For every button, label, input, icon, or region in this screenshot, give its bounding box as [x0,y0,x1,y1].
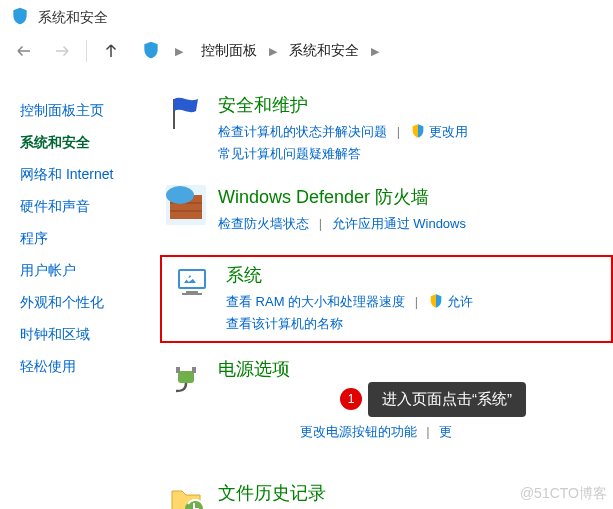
link-change-uac[interactable]: 更改用 [429,124,468,139]
svg-rect-9 [176,367,180,373]
category-system: 系统 查看 RAM 的大小和处理器速度 | 允许 查看该计算机的名称 [168,263,605,335]
link-allow-app[interactable]: 允许应用通过 Windows [332,216,466,231]
sidebar-item-network[interactable]: 网络和 Internet [20,159,160,191]
up-button[interactable] [97,37,125,65]
link-power-button[interactable]: 更改电源按钮的功能 [300,424,417,439]
nav-bar: ▶ 控制面板 ▶ 系统和安全 ▶ [0,33,613,75]
breadcrumb-item-system-security[interactable]: 系统和安全 [285,40,363,62]
link-troubleshoot[interactable]: 常见计算机问题疑难解答 [218,146,361,161]
sidebar-item-programs[interactable]: 程序 [20,223,160,255]
sidebar: 控制面板主页 系统和安全 网络和 Internet 硬件和声音 程序 用户帐户 … [0,75,160,509]
link-view-ram[interactable]: 查看 RAM 的大小和处理器速度 [226,294,405,309]
link-check-firewall[interactable]: 检查防火墙状态 [218,216,309,231]
svg-rect-8 [178,371,194,383]
svg-rect-7 [182,293,202,295]
svg-rect-6 [186,291,198,293]
separator [86,40,87,62]
sidebar-item-home[interactable]: 控制面板主页 [20,95,160,127]
category-defender: Windows Defender 防火墙 检查防火墙状态 | 允许应用通过 Wi… [160,185,613,235]
link-check-status[interactable]: 检查计算机的状态并解决问题 [218,124,387,139]
sidebar-item-appearance[interactable]: 外观和个性化 [20,287,160,319]
sidebar-item-ease-of-access[interactable]: 轻松使用 [20,351,160,383]
firewall-icon [166,185,206,225]
link-more[interactable]: 更 [439,424,452,439]
annotation-highlight-box: 系统 查看 RAM 的大小和处理器速度 | 允许 查看该计算机的名称 [160,255,613,343]
sidebar-item-hardware[interactable]: 硬件和声音 [20,191,160,223]
breadcrumb-item-control-panel[interactable]: 控制面板 [197,40,261,62]
category-title[interactable]: Windows Defender 防火墙 [218,185,613,209]
annotation-row: 1 进入页面点击“系统” [340,382,613,417]
shield-icon [141,40,161,63]
uac-shield-icon [428,293,444,309]
sidebar-item-user-accounts[interactable]: 用户帐户 [20,255,160,287]
svg-point-3 [166,186,194,204]
link-view-name[interactable]: 查看该计算机的名称 [226,316,343,331]
svg-rect-10 [192,367,196,373]
uac-shield-icon [410,123,426,139]
system-monitor-icon [174,263,214,303]
window-title: 系统和安全 [38,9,108,27]
forward-button[interactable] [48,37,76,65]
power-plug-icon [166,357,206,397]
category-security-maintenance: 安全和维护 检查计算机的状态并解决问题 | 更改用 常见计算机问题疑难解答 [160,93,613,165]
main-pane: 安全和维护 检查计算机的状态并解决问题 | 更改用 常见计算机问题疑难解答 [160,75,613,509]
back-button[interactable] [10,37,38,65]
shield-icon [10,6,30,29]
flag-icon [166,93,206,133]
chevron-right-icon: ▶ [367,45,383,58]
category-power-links: 更改电池设置 更改电源按钮的功能 | 更 [160,421,613,461]
window-titlebar: 系统和安全 [0,0,613,33]
category-title[interactable]: 电源选项 [218,357,613,381]
chevron-right-icon[interactable]: ▶ [171,45,187,58]
sidebar-item-system-security[interactable]: 系统和安全 [20,127,160,159]
sidebar-item-clock-region[interactable]: 时钟和区域 [20,319,160,351]
chevron-right-icon: ▶ [265,45,281,58]
watermark: @51CTO博客 [520,485,607,503]
annotation-tooltip: 进入页面点击“系统” [368,382,526,417]
breadcrumb: 控制面板 ▶ 系统和安全 ▶ [197,40,383,62]
category-title[interactable]: 系统 [226,263,605,287]
link-allow-remote[interactable]: 允许 [447,294,473,309]
file-history-icon [166,481,206,509]
category-title[interactable]: 安全和维护 [218,93,613,117]
annotation-step-badge: 1 [340,388,362,410]
